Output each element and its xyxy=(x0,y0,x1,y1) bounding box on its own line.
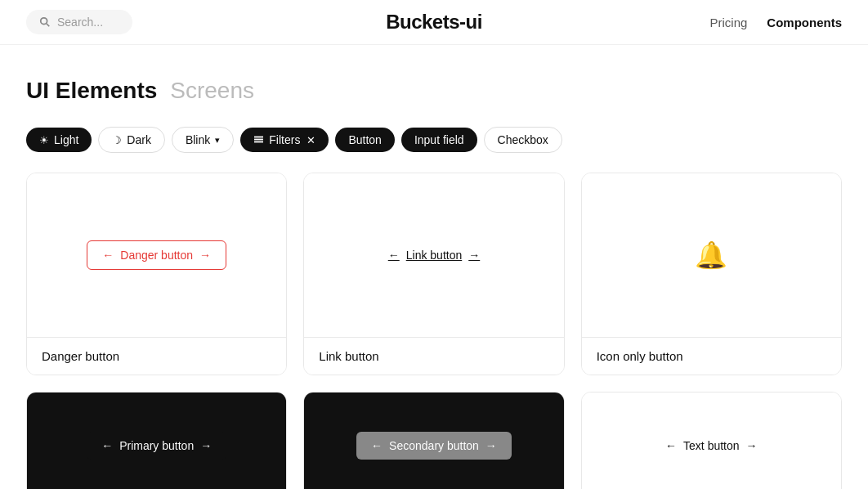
filter-chip-blink[interactable]: Blink ▾ xyxy=(172,127,234,153)
card-icon-only-button: 🔔 Icon only button xyxy=(581,173,842,375)
filter-chip-input-field-label: Input field xyxy=(414,133,464,146)
secondary-button-demo-label: Secondary button xyxy=(389,439,479,452)
arrow-left-icon-5 xyxy=(665,439,677,452)
filter-chip-input-field[interactable]: Input field xyxy=(401,128,477,152)
arrow-left-icon xyxy=(102,249,114,262)
sun-icon: ☀ xyxy=(39,135,49,146)
filter-chip-blink-label: Blink xyxy=(186,133,210,146)
filter-chip-light-label: Light xyxy=(54,133,78,146)
nav-pricing[interactable]: Pricing xyxy=(709,16,747,29)
card-link-button-label: Link button xyxy=(304,337,563,375)
page-title-secondary[interactable]: Screens xyxy=(170,78,254,104)
filter-chip-filters[interactable]: Filters ✕ xyxy=(240,128,329,152)
link-button-demo[interactable]: Link button xyxy=(388,249,481,262)
danger-button-demo[interactable]: Danger button xyxy=(87,240,226,270)
card-link-button: Link button Link button xyxy=(303,173,564,375)
danger-button-demo-label: Danger button xyxy=(120,249,193,262)
filter-chip-light[interactable]: ☀ Light xyxy=(26,128,92,152)
filter-bar: ☀ Light ☽ Dark Blink ▾ Filters ✕ Button … xyxy=(0,117,868,173)
site-logo: Buckets-ui xyxy=(386,11,482,34)
filters-icon xyxy=(253,134,264,146)
search-placeholder: Search... xyxy=(57,16,103,29)
text-button-demo[interactable]: Text button xyxy=(665,439,758,452)
bell-icon: 🔔 xyxy=(695,240,727,270)
filter-chip-button[interactable]: Button xyxy=(335,128,394,152)
arrow-right-icon-3 xyxy=(200,439,212,452)
nav-components[interactable]: Components xyxy=(767,16,842,29)
arrow-left-icon-3 xyxy=(101,439,113,452)
filter-chip-dark[interactable]: ☽ Dark xyxy=(98,127,165,153)
arrow-left-icon-2 xyxy=(388,249,400,262)
card-secondary-button: Secondary button xyxy=(303,392,564,489)
svg-line-1 xyxy=(47,24,50,27)
search-bar[interactable]: Search... xyxy=(26,10,132,34)
card-danger-button-label: Danger button xyxy=(27,337,286,375)
card-link-button-preview: Link button xyxy=(304,173,563,337)
chevron-down-icon: ▾ xyxy=(215,135,220,146)
card-text-button-preview: Text button xyxy=(582,393,841,489)
secondary-button-demo[interactable]: Secondary button xyxy=(356,432,512,460)
card-grid: Danger button Danger button Link button … xyxy=(0,173,868,489)
arrow-right-icon-2 xyxy=(468,249,480,262)
primary-button-demo[interactable]: Primary button xyxy=(87,432,226,460)
header: Search... Buckets-ui Pricing Components xyxy=(0,0,868,45)
card-text-button: Text button xyxy=(581,392,842,489)
arrow-right-icon-4 xyxy=(485,439,497,452)
page-title-area: UI Elements Screens xyxy=(0,45,868,117)
svg-point-0 xyxy=(41,18,47,25)
card-icon-only-button-label: Icon only button xyxy=(582,337,841,375)
card-danger-button-preview: Danger button xyxy=(27,173,286,337)
card-danger-button: Danger button Danger button xyxy=(26,173,287,375)
icon-only-button-demo[interactable]: 🔔 xyxy=(695,242,727,268)
search-icon xyxy=(39,16,51,28)
arrow-left-icon-4 xyxy=(371,439,383,452)
page-title-main: UI Elements xyxy=(26,78,157,104)
link-button-demo-label: Link button xyxy=(406,249,463,262)
card-secondary-button-preview: Secondary button xyxy=(304,393,563,489)
card-primary-button-preview: Primary button xyxy=(27,393,286,489)
card-icon-only-button-preview: 🔔 xyxy=(582,173,841,337)
arrow-right-icon-5 xyxy=(746,439,758,452)
arrow-right-icon xyxy=(199,249,211,262)
filter-chip-filters-label: Filters xyxy=(269,133,300,146)
filter-chip-checkbox-label: Checkbox xyxy=(498,133,548,146)
text-button-demo-label: Text button xyxy=(683,439,740,452)
filter-chip-dark-label: Dark xyxy=(127,133,151,146)
card-primary-button: Primary button xyxy=(26,392,287,489)
filter-chip-checkbox[interactable]: Checkbox xyxy=(484,127,562,153)
filter-chip-button-label: Button xyxy=(348,133,381,146)
primary-button-demo-label: Primary button xyxy=(119,439,194,452)
moon-icon: ☽ xyxy=(112,135,122,146)
close-icon[interactable]: ✕ xyxy=(306,134,315,146)
nav-links: Pricing Components xyxy=(709,16,842,29)
